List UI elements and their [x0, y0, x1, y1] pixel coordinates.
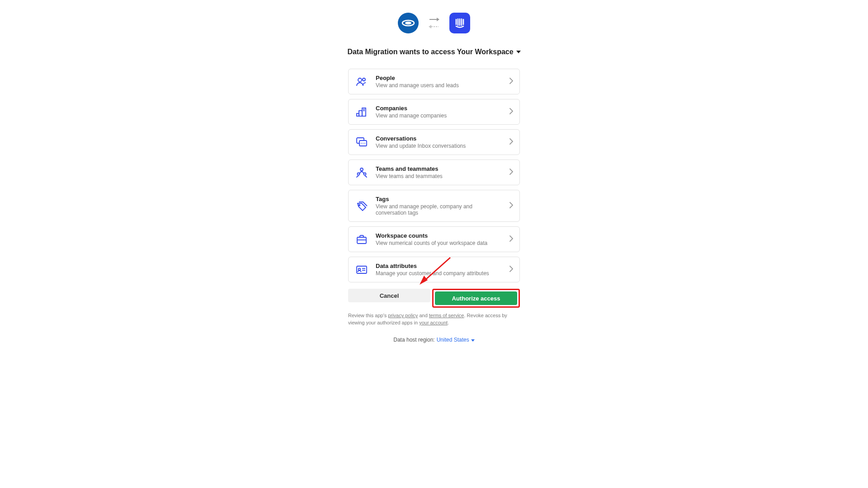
people-icon [355, 75, 368, 89]
permission-conversations[interactable]: Conversations View and update Inbox conv… [348, 129, 520, 155]
svg-point-22 [363, 143, 363, 144]
chevron-right-icon [509, 235, 513, 244]
svg-marker-34 [471, 339, 475, 342]
permission-title: Companies [376, 105, 502, 112]
svg-marker-11 [516, 51, 521, 53]
permission-desc: Manage your customer and company attribu… [376, 270, 502, 277]
permission-desc: View and manage companies [376, 113, 502, 119]
headline[interactable]: Data Migration wants to access Your Work… [347, 48, 520, 56]
permission-title: Tags [376, 196, 502, 202]
cancel-button[interactable]: Cancel [348, 289, 430, 302]
permission-desc: View and manage people, company and conv… [376, 203, 502, 216]
legal-text: Review this app's privacy policy and ter… [348, 312, 520, 327]
sync-arrows-icon [429, 17, 439, 29]
source-app-logo [398, 13, 419, 33]
workspace-dropdown-caret-icon [516, 51, 521, 53]
svg-marker-5 [429, 25, 431, 28]
chevron-right-icon [509, 108, 513, 116]
permission-workspace-counts[interactable]: Workspace counts View numerical counts o… [348, 226, 520, 252]
companies-icon [355, 105, 368, 119]
permission-desc: View and update Inbox conversations [376, 143, 502, 149]
logo-row [398, 13, 470, 33]
data-host-region[interactable]: Data host region: United States [393, 337, 474, 343]
permission-title: Workspace counts [376, 232, 502, 239]
svg-point-13 [363, 78, 365, 81]
chevron-right-icon [509, 202, 513, 210]
briefcase-icon [355, 233, 368, 246]
svg-point-27 [359, 204, 360, 206]
button-row: Cancel Authorize access [348, 289, 520, 308]
your-account-link[interactable]: your account [419, 320, 448, 325]
svg-rect-28 [357, 237, 366, 244]
svg-rect-15 [359, 111, 362, 116]
tags-icon [355, 199, 368, 213]
authorize-button[interactable]: Authorize access [435, 291, 517, 305]
permission-desc: View teams and teammates [376, 173, 502, 179]
permission-data-attributes[interactable]: Data attributes Manage your customer and… [348, 257, 520, 282]
headline-text: Data Migration wants to access Your Work… [347, 48, 513, 56]
svg-point-23 [364, 143, 365, 144]
region-caret-icon [471, 337, 475, 343]
svg-point-24 [360, 168, 363, 171]
permission-desc: View numerical counts of your workspace … [376, 240, 502, 246]
permissions-list: People View and manage users and leads C… [348, 69, 520, 282]
permission-title: People [376, 75, 502, 81]
svg-point-31 [359, 268, 361, 270]
permission-companies[interactable]: Companies View and manage companies [348, 99, 520, 125]
permission-desc: View and manage users and leads [376, 82, 502, 89]
conversations-icon [355, 136, 368, 149]
permission-title: Teams and teammates [376, 165, 502, 172]
chevron-right-icon [509, 169, 513, 177]
svg-point-21 [361, 143, 362, 144]
id-card-icon [355, 263, 368, 277]
chevron-right-icon [509, 266, 513, 274]
teams-icon [355, 166, 368, 179]
svg-marker-3 [437, 18, 439, 21]
permission-title: Data attributes [376, 263, 502, 269]
svg-point-25 [358, 173, 360, 175]
chevron-right-icon [509, 78, 513, 86]
svg-point-26 [364, 173, 366, 175]
permission-title: Conversations [376, 135, 502, 142]
permission-tags[interactable]: Tags View and manage people, company and… [348, 190, 520, 222]
svg-rect-16 [357, 113, 359, 116]
privacy-policy-link[interactable]: privacy policy [388, 313, 418, 318]
authorize-highlight-box: Authorize access [432, 289, 520, 308]
region-value: United States [437, 337, 469, 343]
region-label: Data host region: [393, 337, 434, 343]
terms-of-service-link[interactable]: terms of service [429, 313, 464, 318]
permission-teams[interactable]: Teams and teammates View teams and teamm… [348, 160, 520, 185]
svg-point-12 [358, 78, 362, 82]
svg-point-1 [405, 22, 411, 24]
chevron-right-icon [509, 138, 513, 146]
permission-people[interactable]: People View and manage users and leads [348, 69, 520, 94]
intercom-logo [449, 13, 470, 33]
